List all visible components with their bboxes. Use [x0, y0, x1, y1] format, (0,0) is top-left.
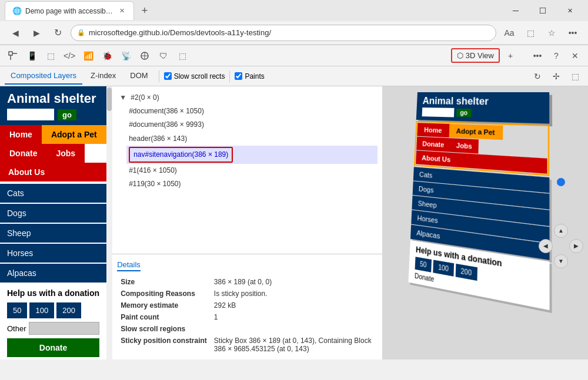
- devtools-toolbar: 📱 ⬚ </> 📶 🐞 📡 🛡 ⬚ ⬡ 3D View + ••• ? ✕: [0, 45, 588, 66]
- inspect-element-button[interactable]: [5, 48, 21, 64]
- memory-button[interactable]: 📡: [118, 48, 134, 64]
- detail-value-slowscroll: [211, 323, 377, 335]
- sources-button[interactable]: </>: [61, 48, 78, 64]
- split-view-button[interactable]: ⬚: [522, 25, 539, 41]
- detail-value-memory: 292 kB: [211, 300, 377, 311]
- tree-item-nav[interactable]: nav#sitenavigation(386 × 189): [126, 146, 377, 164]
- detail-label-memory: Memory estimate: [117, 300, 211, 311]
- tab-composited-layers[interactable]: Composited Layers: [5, 68, 82, 85]
- window-maximize-button[interactable]: [529, 0, 556, 21]
- tab-label: Demo page with accessibility iss: [25, 7, 113, 15]
- refresh-button[interactable]: ↻: [49, 25, 66, 41]
- tree-item-root[interactable]: ▼ #2(0 × 0): [117, 91, 377, 105]
- tree-item-header[interactable]: header(386 × 143): [126, 132, 377, 146]
- other-amount-input[interactable]: [29, 322, 99, 335]
- reader-view-button[interactable]: Aa: [501, 25, 517, 41]
- favorites-button[interactable]: ☆: [543, 25, 560, 41]
- lock-icon: 🔒: [77, 29, 85, 36]
- other-label: Other: [7, 324, 26, 333]
- add-panel-button[interactable]: +: [502, 48, 519, 64]
- rotate-button[interactable]: ↻: [529, 68, 546, 85]
- donation-amounts: 50 100 200: [7, 302, 99, 318]
- tab-z-index[interactable]: Z-index: [85, 68, 122, 85]
- arrow-left-button[interactable]: ◀: [539, 239, 553, 253]
- devtools-help-button[interactable]: ?: [548, 48, 564, 64]
- network-button[interactable]: 📶: [80, 48, 96, 64]
- detail-value-compositing: Is sticky position.: [211, 288, 377, 300]
- arrow-right-button[interactable]: ▶: [569, 239, 583, 253]
- nav-adopt-button[interactable]: Adopt a Pet: [42, 125, 106, 144]
- tab-bar: 🌐 Demo page with accessibility iss ✕ + ✕: [0, 0, 588, 21]
- arrow-center: [554, 239, 568, 253]
- detail-label-compositing: Compositing Reasons: [117, 288, 211, 300]
- nav-donate-button[interactable]: Donate: [0, 144, 46, 163]
- arrow-empty-3: [539, 254, 553, 268]
- selected-layer-label[interactable]: nav#sitenavigation(386 × 189): [129, 147, 233, 163]
- window-close-button[interactable]: ✕: [556, 0, 583, 21]
- arrow-down-button[interactable]: ▼: [554, 254, 568, 268]
- animal-item-cats[interactable]: Cats: [0, 184, 106, 203]
- tree-item-label: #119(30 × 1050): [129, 180, 181, 188]
- tab-dom[interactable]: DOM: [124, 68, 153, 85]
- animal-item-dogs[interactable]: Dogs: [0, 204, 106, 223]
- arrow-empty-1: [539, 224, 553, 238]
- browser-tab[interactable]: 🌐 Demo page with accessibility iss ✕: [5, 1, 134, 20]
- detail-row-slowscroll: Slow scroll regions: [117, 323, 377, 335]
- tree-item-layer119[interactable]: #119(30 × 1050): [126, 177, 377, 191]
- donate-submit-button[interactable]: Donate: [7, 338, 99, 357]
- 3d-view-controls: ▲ ◀ ▶ ▼: [539, 178, 583, 268]
- more-button[interactable]: •••: [564, 25, 581, 41]
- forward-button[interactable]: ▶: [28, 25, 45, 41]
- donation-200-button[interactable]: 200: [56, 302, 81, 318]
- search-input[interactable]: [7, 109, 54, 120]
- nav-row-1: Home Adopt a Pet: [0, 125, 106, 144]
- animal-item-horses[interactable]: Horses: [0, 244, 106, 263]
- nav-about-button[interactable]: About Us: [0, 163, 106, 181]
- slow-scroll-rects-checkbox[interactable]: Slow scroll rects: [164, 72, 225, 80]
- 3d-view-button[interactable]: ⬡ 3D View: [451, 48, 500, 63]
- application-button[interactable]: [136, 48, 153, 64]
- paints-checkbox[interactable]: Paints: [235, 72, 264, 80]
- devtools-layers-panel: ▼ #2(0 × 0) #document(386 × 1050) #docum…: [112, 86, 382, 359]
- layers-toggle-button[interactable]: ⬚: [567, 68, 583, 85]
- elements-panel-button[interactable]: ⬚: [42, 48, 59, 64]
- devtools-more-button[interactable]: •••: [529, 48, 546, 64]
- donation-50-button[interactable]: 50: [7, 302, 27, 318]
- performance-button[interactable]: 🐞: [99, 48, 115, 64]
- devtools-close-button[interactable]: ✕: [567, 48, 583, 64]
- donation-section: Help us with a donation 50 100 200 Other…: [0, 284, 106, 359]
- animal-item-alpacas[interactable]: Alpacas: [0, 264, 106, 283]
- url-field[interactable]: 🔒 microsoftedge.github.io/Demos/devtools…: [71, 25, 496, 41]
- donation-title: Help us with a donation: [7, 288, 99, 298]
- new-tab-button[interactable]: +: [136, 2, 153, 19]
- security-button[interactable]: 🛡: [155, 48, 172, 64]
- search-button[interactable]: go: [58, 109, 76, 120]
- lighthouse-button[interactable]: ⬚: [174, 48, 191, 64]
- detail-label-sticky: Sticky position constraint: [117, 335, 211, 355]
- window-controls: ✕: [502, 0, 583, 21]
- animal-item-sheep[interactable]: Sheep: [0, 224, 106, 243]
- tree-item-doc1[interactable]: #document(386 × 1050): [126, 105, 377, 118]
- scrollbar-thumb[interactable]: [107, 88, 112, 111]
- nav-row-2: Donate Jobs: [0, 144, 106, 163]
- navigation-arrows: ▲ ◀ ▶ ▼: [539, 224, 583, 268]
- arrow-up-button[interactable]: ▲: [554, 224, 568, 238]
- tree-item-doc2[interactable]: #document(386 × 9993): [126, 118, 377, 132]
- arrow-empty-2: [569, 224, 583, 238]
- vertical-scrollbar[interactable]: [106, 86, 112, 359]
- window-minimize-button[interactable]: [502, 0, 529, 21]
- pan-button[interactable]: ✢: [548, 68, 564, 85]
- device-emulation-button[interactable]: 📱: [24, 48, 40, 64]
- nav-home-button[interactable]: Home: [0, 125, 42, 144]
- tab-close-button[interactable]: ✕: [117, 6, 126, 16]
- main-content: Animal shelter go Home Adopt a Pet Donat…: [0, 86, 588, 359]
- detail-label-paint: Paint count: [117, 311, 211, 323]
- details-tab[interactable]: Details: [117, 260, 141, 271]
- tree-item-layer1[interactable]: #1(416 × 1050): [126, 164, 377, 177]
- back-button[interactable]: ◀: [7, 25, 24, 41]
- detail-row-memory: Memory estimate 292 kB: [117, 300, 377, 311]
- nav-jobs-button[interactable]: Jobs: [46, 144, 85, 163]
- 3d-canvas[interactable]: Animal shelter go Home Adopt a Pet Donat…: [382, 86, 588, 359]
- tree-children: #document(386 × 1050) #document(386 × 99…: [117, 105, 377, 191]
- donation-100-button[interactable]: 100: [29, 302, 54, 318]
